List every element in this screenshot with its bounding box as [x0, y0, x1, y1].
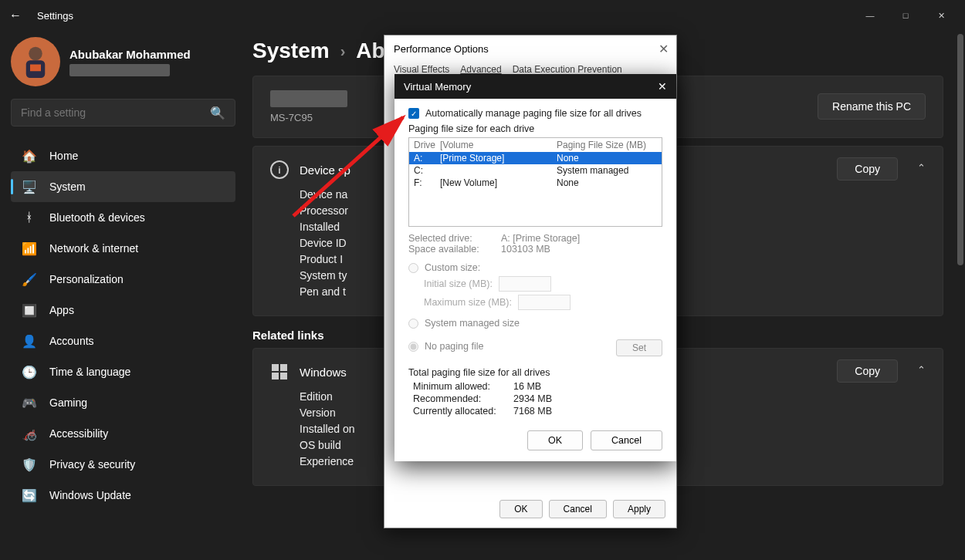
profile-name: Abubakar Mohammed	[69, 48, 191, 61]
nav-label: Time & language	[49, 366, 130, 378]
nav-icon: 🏠	[20, 149, 39, 164]
total-value: 7168 MB	[513, 406, 552, 417]
back-button[interactable]: ←	[6, 8, 25, 22]
scrollbar-thumb[interactable]	[957, 34, 963, 265]
minimize-icon[interactable]: —	[852, 3, 888, 28]
window-titlebar: ← Settings — □ ✕	[0, 0, 965, 31]
nav-label: Home	[49, 150, 78, 162]
nav-icon: 🖌️	[20, 272, 39, 287]
rename-pc-button[interactable]: Rename this PC	[818, 93, 926, 120]
chevron-right-icon: ›	[340, 42, 346, 60]
total-value: 16 MB	[513, 381, 541, 392]
close-icon[interactable]: ✕	[659, 42, 669, 56]
maximize-icon[interactable]: □	[888, 3, 923, 28]
drive-row[interactable]: F:[New Volume]None	[409, 177, 662, 189]
svg-rect-2	[30, 65, 41, 72]
svg-point-0	[29, 47, 42, 61]
space-available-value: 103103 MB	[501, 244, 550, 255]
search-box[interactable]: 🔍	[11, 99, 235, 127]
breadcrumb-root[interactable]: System	[252, 39, 330, 63]
sidebar-item-time-language[interactable]: 🕒Time & language	[11, 356, 235, 387]
auto-manage-checkbox[interactable]: ✓ Automatically manage paging file size …	[408, 108, 662, 119]
close-icon[interactable]: ✕	[923, 3, 959, 28]
nav-label: Apps	[49, 304, 74, 316]
total-value: 2934 MB	[513, 393, 552, 404]
total-key: Minimum allowed:	[413, 381, 513, 392]
nav-label: Accounts	[49, 335, 94, 347]
profile-email-redacted	[69, 64, 170, 76]
nav-label: Bluetooth & devices	[49, 211, 145, 224]
nav-icon: 🕒	[20, 365, 39, 380]
perf-dialog-title: Performance Options	[384, 35, 676, 62]
nav-icon: 📶	[20, 241, 39, 256]
nav-label: Windows Update	[49, 489, 131, 501]
sidebar: Abubakar Mohammed 🔍 🏠Home🖥️SystemᚼBlueto…	[0, 31, 243, 560]
initial-size-label: Initial size (MB):	[424, 278, 493, 289]
sidebar-item-bluetooth-devices[interactable]: ᚼBluetooth & devices	[11, 202, 235, 233]
close-icon[interactable]: ✕	[658, 80, 667, 93]
sidebar-item-personalization[interactable]: 🖌️Personalization	[11, 264, 235, 295]
no-paging-radio[interactable]	[408, 342, 418, 352]
vm-dialog-title: Virtual Memory	[404, 81, 471, 93]
avatar	[11, 37, 60, 86]
drive-row[interactable]: A:[Prime Storage]None	[409, 152, 662, 164]
svg-rect-3	[272, 364, 279, 371]
sidebar-item-accounts[interactable]: 👤Accounts	[11, 326, 235, 356]
set-button[interactable]: Set	[616, 339, 662, 356]
ok-button[interactable]: OK	[527, 430, 583, 450]
nav-icon: 👤	[20, 334, 39, 349]
nav-icon: ᚼ	[20, 211, 39, 224]
sidebar-item-accessibility[interactable]: 🦽Accessibility	[11, 418, 235, 449]
profile-block[interactable]: Abubakar Mohammed	[11, 37, 235, 86]
selected-drive-label: Selected drive:	[408, 233, 501, 244]
maximum-size-label: Maximum size (MB):	[424, 297, 512, 308]
nav-icon: 🖥️	[20, 180, 39, 194]
nav-icon: 🔄	[20, 488, 39, 503]
space-available-label: Space available:	[408, 244, 501, 255]
total-title: Total paging file size for all drives	[408, 367, 662, 378]
svg-rect-4	[280, 364, 287, 371]
nav-label: Personalization	[49, 273, 124, 285]
chevron-up-icon[interactable]: ⌃	[917, 162, 926, 174]
ok-button[interactable]: OK	[499, 500, 542, 518]
pc-name-redacted	[270, 90, 347, 107]
sidebar-item-windows-update[interactable]: 🔄Windows Update	[11, 480, 235, 511]
total-key: Currently allocated:	[413, 406, 513, 417]
system-managed-radio[interactable]	[408, 319, 418, 329]
system-managed-label: System managed size	[425, 318, 520, 329]
windows-spec-title: Windows	[300, 366, 347, 379]
cancel-button[interactable]: Cancel	[549, 500, 607, 518]
sidebar-item-apps[interactable]: 🔲Apps	[11, 295, 235, 326]
device-spec-title: Device sp	[300, 164, 350, 177]
auto-manage-label: Automatically manage paging file size fo…	[425, 108, 642, 119]
cancel-button[interactable]: Cancel	[591, 430, 662, 450]
nav-icon: 🔲	[20, 303, 39, 318]
nav-label: Accessibility	[49, 427, 108, 440]
copy-button-windows[interactable]: Copy	[837, 359, 898, 383]
breadcrumb-page: Ab	[356, 39, 384, 63]
col-size: Paging File Size (MB)	[557, 140, 657, 150]
sidebar-item-privacy-security[interactable]: 🛡️Privacy & security	[11, 449, 235, 480]
search-input[interactable]	[21, 106, 210, 119]
copy-button[interactable]: Copy	[837, 157, 898, 180]
apply-button[interactable]: Apply	[613, 500, 665, 518]
checkbox-checked-icon: ✓	[408, 108, 419, 119]
sidebar-item-system[interactable]: 🖥️System	[11, 171, 235, 202]
nav-label: System	[49, 180, 86, 193]
custom-size-radio[interactable]	[408, 263, 418, 273]
custom-size-label: Custom size:	[425, 262, 480, 273]
nav-label: Gaming	[49, 396, 87, 409]
paging-group-label: Paging file size for each drive	[408, 123, 662, 134]
virtual-memory-dialog: Virtual Memory ✕ ✓ Automatically manage …	[394, 74, 676, 461]
sidebar-item-home[interactable]: 🏠Home	[11, 140, 235, 171]
drive-row[interactable]: C:System managed	[409, 164, 662, 177]
initial-size-input[interactable]	[499, 276, 551, 292]
selected-drive-value: A: [Prime Storage]	[501, 233, 580, 244]
maximum-size-input[interactable]	[518, 295, 571, 310]
drive-list[interactable]: Drive [Volume Paging File Size (MB) A:[P…	[408, 137, 662, 227]
sidebar-item-gaming[interactable]: 🎮Gaming	[11, 387, 235, 418]
chevron-up-icon[interactable]: ⌃	[917, 364, 926, 376]
app-title: Settings	[37, 10, 73, 22]
search-icon: 🔍	[210, 106, 225, 120]
sidebar-item-network-internet[interactable]: 📶Network & internet	[11, 233, 235, 264]
